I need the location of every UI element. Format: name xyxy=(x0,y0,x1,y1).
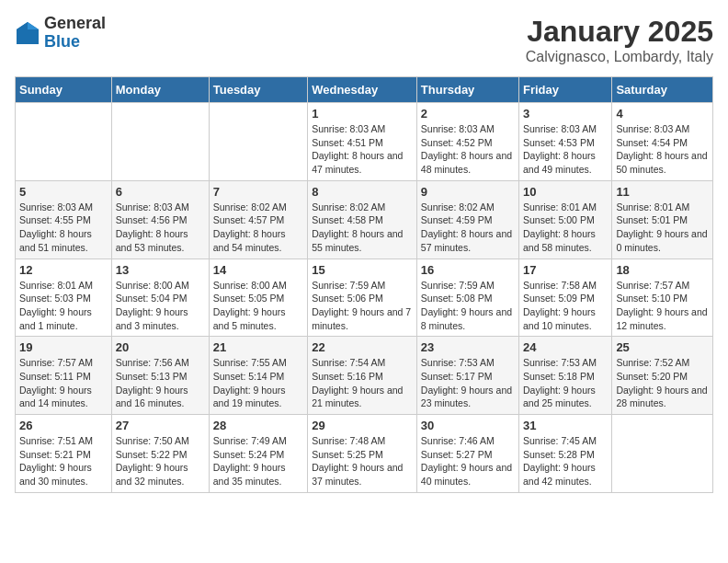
day-cell: 22Sunrise: 7:54 AM Sunset: 5:16 PM Dayli… xyxy=(308,337,417,415)
day-info: Sunrise: 7:59 AM Sunset: 5:06 PM Dayligh… xyxy=(312,279,413,333)
day-cell: 15Sunrise: 7:59 AM Sunset: 5:06 PM Dayli… xyxy=(308,259,417,337)
day-info: Sunrise: 7:53 AM Sunset: 5:18 PM Dayligh… xyxy=(523,356,608,410)
day-cell: 9Sunrise: 8:02 AM Sunset: 4:59 PM Daylig… xyxy=(416,180,518,259)
day-number: 19 xyxy=(19,340,108,354)
day-cell: 11Sunrise: 8:01 AM Sunset: 5:01 PM Dayli… xyxy=(612,180,713,259)
day-info: Sunrise: 8:01 AM Sunset: 5:01 PM Dayligh… xyxy=(616,201,709,255)
day-number: 23 xyxy=(421,340,515,354)
logo-icon xyxy=(15,20,40,46)
day-number: 4 xyxy=(616,107,709,121)
day-info: Sunrise: 7:57 AM Sunset: 5:11 PM Dayligh… xyxy=(19,356,108,410)
day-cell: 4Sunrise: 8:03 AM Sunset: 4:54 PM Daylig… xyxy=(612,103,713,181)
day-cell: 6Sunrise: 8:03 AM Sunset: 4:56 PM Daylig… xyxy=(111,180,209,259)
week-row-2: 5Sunrise: 8:03 AM Sunset: 4:55 PM Daylig… xyxy=(16,180,713,259)
day-cell: 8Sunrise: 8:02 AM Sunset: 4:58 PM Daylig… xyxy=(308,180,417,259)
day-number: 28 xyxy=(213,419,303,432)
day-info: Sunrise: 8:02 AM Sunset: 4:57 PM Dayligh… xyxy=(213,201,303,255)
day-cell: 7Sunrise: 8:02 AM Sunset: 4:57 PM Daylig… xyxy=(209,180,307,259)
day-info: Sunrise: 7:53 AM Sunset: 5:17 PM Dayligh… xyxy=(421,356,515,410)
day-info: Sunrise: 8:03 AM Sunset: 4:51 PM Dayligh… xyxy=(312,122,413,177)
day-cell: 19Sunrise: 7:57 AM Sunset: 5:11 PM Dayli… xyxy=(16,337,112,415)
week-row-3: 12Sunrise: 8:01 AM Sunset: 5:03 PM Dayli… xyxy=(16,259,713,337)
weekday-header-row: SundayMondayTuesdayWednesdayThursdayFrid… xyxy=(16,77,713,103)
day-number: 29 xyxy=(312,419,413,432)
week-row-1: 1Sunrise: 8:03 AM Sunset: 4:51 PM Daylig… xyxy=(16,103,713,181)
day-number: 31 xyxy=(523,419,608,432)
day-info: Sunrise: 7:46 AM Sunset: 5:27 PM Dayligh… xyxy=(421,434,515,488)
svg-marker-2 xyxy=(17,22,28,29)
weekday-header-friday: Friday xyxy=(519,77,612,103)
week-row-5: 26Sunrise: 7:51 AM Sunset: 5:21 PM Dayli… xyxy=(16,415,713,493)
day-number: 1 xyxy=(312,107,413,121)
day-cell xyxy=(209,103,307,181)
day-info: Sunrise: 8:03 AM Sunset: 4:52 PM Dayligh… xyxy=(421,122,515,177)
week-row-4: 19Sunrise: 7:57 AM Sunset: 5:11 PM Dayli… xyxy=(16,337,713,415)
day-info: Sunrise: 7:51 AM Sunset: 5:21 PM Dayligh… xyxy=(19,434,108,488)
month-title: January 2025 xyxy=(526,15,713,49)
calendar-table: SundayMondayTuesdayWednesdayThursdayFrid… xyxy=(15,76,713,493)
day-info: Sunrise: 8:01 AM Sunset: 5:03 PM Dayligh… xyxy=(19,279,108,333)
day-number: 20 xyxy=(116,340,205,354)
day-number: 2 xyxy=(421,107,515,121)
day-cell: 23Sunrise: 7:53 AM Sunset: 5:17 PM Dayli… xyxy=(416,337,518,415)
day-number: 14 xyxy=(213,263,303,277)
day-cell: 14Sunrise: 8:00 AM Sunset: 5:05 PM Dayli… xyxy=(209,259,307,337)
day-cell: 25Sunrise: 7:52 AM Sunset: 5:20 PM Dayli… xyxy=(612,337,713,415)
weekday-header-monday: Monday xyxy=(111,77,209,103)
day-info: Sunrise: 7:57 AM Sunset: 5:10 PM Dayligh… xyxy=(616,279,709,333)
day-cell: 31Sunrise: 7:45 AM Sunset: 5:28 PM Dayli… xyxy=(519,415,612,493)
day-number: 27 xyxy=(116,419,205,432)
weekday-header-sunday: Sunday xyxy=(16,77,112,103)
logo: General Blue xyxy=(15,15,106,52)
day-info: Sunrise: 7:49 AM Sunset: 5:24 PM Dayligh… xyxy=(213,434,303,488)
day-number: 7 xyxy=(213,185,303,199)
day-info: Sunrise: 8:03 AM Sunset: 4:54 PM Dayligh… xyxy=(616,122,709,177)
logo-general-text: General xyxy=(44,15,106,33)
day-number: 10 xyxy=(523,185,608,199)
day-cell: 5Sunrise: 8:03 AM Sunset: 4:55 PM Daylig… xyxy=(16,180,112,259)
day-info: Sunrise: 7:50 AM Sunset: 5:22 PM Dayligh… xyxy=(116,434,205,488)
logo-blue-text: Blue xyxy=(44,33,106,52)
day-number: 21 xyxy=(213,340,303,354)
weekday-header-wednesday: Wednesday xyxy=(308,77,417,103)
day-number: 12 xyxy=(19,263,108,277)
day-cell: 24Sunrise: 7:53 AM Sunset: 5:18 PM Dayli… xyxy=(519,337,612,415)
day-number: 13 xyxy=(116,263,205,277)
day-number: 15 xyxy=(312,263,413,277)
day-cell: 26Sunrise: 7:51 AM Sunset: 5:21 PM Dayli… xyxy=(16,415,112,493)
location-title: Calvignasco, Lombardy, Italy xyxy=(526,49,713,65)
day-number: 6 xyxy=(116,185,205,199)
day-info: Sunrise: 8:03 AM Sunset: 4:56 PM Dayligh… xyxy=(116,201,205,255)
day-number: 16 xyxy=(421,263,515,277)
day-info: Sunrise: 7:48 AM Sunset: 5:25 PM Dayligh… xyxy=(312,434,413,488)
weekday-header-saturday: Saturday xyxy=(612,77,713,103)
day-cell: 21Sunrise: 7:55 AM Sunset: 5:14 PM Dayli… xyxy=(209,337,307,415)
weekday-header-tuesday: Tuesday xyxy=(209,77,307,103)
svg-marker-1 xyxy=(28,22,39,29)
day-number: 22 xyxy=(312,340,413,354)
day-cell: 30Sunrise: 7:46 AM Sunset: 5:27 PM Dayli… xyxy=(416,415,518,493)
day-number: 17 xyxy=(523,263,608,277)
day-info: Sunrise: 8:01 AM Sunset: 5:00 PM Dayligh… xyxy=(523,201,608,255)
day-info: Sunrise: 7:56 AM Sunset: 5:13 PM Dayligh… xyxy=(116,356,205,410)
day-number: 30 xyxy=(421,419,515,432)
day-number: 8 xyxy=(312,185,413,199)
day-info: Sunrise: 8:03 AM Sunset: 4:55 PM Dayligh… xyxy=(19,201,108,255)
page-header: General Blue January 2025 Calvignasco, L… xyxy=(15,15,713,65)
day-cell: 28Sunrise: 7:49 AM Sunset: 5:24 PM Dayli… xyxy=(209,415,307,493)
day-info: Sunrise: 7:45 AM Sunset: 5:28 PM Dayligh… xyxy=(523,434,608,488)
day-number: 25 xyxy=(616,340,709,354)
day-info: Sunrise: 8:02 AM Sunset: 4:59 PM Dayligh… xyxy=(421,201,515,255)
day-number: 3 xyxy=(523,107,608,121)
day-cell: 1Sunrise: 8:03 AM Sunset: 4:51 PM Daylig… xyxy=(308,103,417,181)
day-cell xyxy=(16,103,112,181)
day-cell: 27Sunrise: 7:50 AM Sunset: 5:22 PM Dayli… xyxy=(111,415,209,493)
day-cell: 17Sunrise: 7:58 AM Sunset: 5:09 PM Dayli… xyxy=(519,259,612,337)
day-cell: 3Sunrise: 8:03 AM Sunset: 4:53 PM Daylig… xyxy=(519,103,612,181)
day-info: Sunrise: 7:54 AM Sunset: 5:16 PM Dayligh… xyxy=(312,356,413,410)
day-info: Sunrise: 7:52 AM Sunset: 5:20 PM Dayligh… xyxy=(616,356,709,410)
day-info: Sunrise: 7:59 AM Sunset: 5:08 PM Dayligh… xyxy=(421,279,515,333)
day-info: Sunrise: 7:55 AM Sunset: 5:14 PM Dayligh… xyxy=(213,356,303,410)
day-number: 18 xyxy=(616,263,709,277)
day-cell: 16Sunrise: 7:59 AM Sunset: 5:08 PM Dayli… xyxy=(416,259,518,337)
